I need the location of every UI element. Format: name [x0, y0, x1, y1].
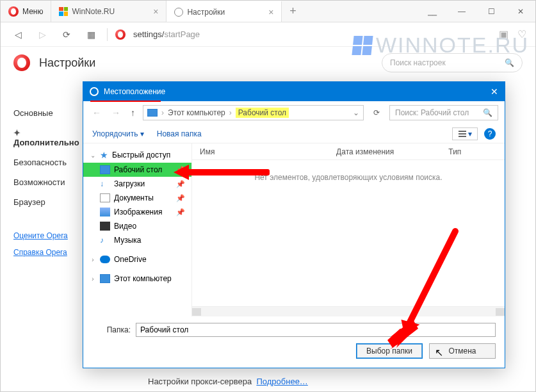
- crumb-leaf[interactable]: Рабочий стол: [236, 108, 289, 118]
- dialog-nav-row: ← → ↑ › Этот компьютер › Рабочий стол ⌄ …: [83, 101, 505, 124]
- url-field[interactable]: settings/startPage: [133, 29, 200, 39]
- sidebar-item-features[interactable]: Возможности: [1, 172, 90, 192]
- tab-title: WinNote.RU: [72, 7, 115, 16]
- nav-back-button[interactable]: ←: [90, 108, 104, 118]
- select-folder-button[interactable]: Выбор папки: [356, 343, 423, 359]
- cursor-icon: ↖: [435, 347, 443, 359]
- sidebar-item-basic[interactable]: Основные: [1, 103, 90, 123]
- onedrive-icon: [100, 256, 110, 263]
- tab-strip: WinNote.RU × Настройки × +: [51, 1, 418, 22]
- organize-menu[interactable]: Упорядочить ▾: [92, 129, 144, 138]
- empty-text: Нет элементов, удовлетворяющих условиям …: [254, 173, 442, 182]
- maximize-button[interactable]: ☐: [476, 1, 506, 22]
- folder-input-row: Папка:: [92, 323, 496, 337]
- tab-title: Настройки: [187, 8, 225, 17]
- url-page: startPage: [164, 29, 200, 39]
- download-icon: [100, 179, 110, 188]
- rate-opera-link[interactable]: Оцените Opera: [1, 227, 90, 244]
- col-type[interactable]: Тип: [441, 147, 505, 156]
- folder-input[interactable]: [136, 323, 496, 337]
- tree-this-pc[interactable]: ›Этот компьютер: [83, 272, 191, 286]
- column-headers[interactable]: Имя Дата изменения Тип: [192, 143, 505, 160]
- tree-downloads[interactable]: Загрузки📌: [83, 177, 191, 191]
- pictures-icon: [100, 208, 110, 216]
- opera-icon: [115, 29, 126, 40]
- window-controls: ⎯⎯ — ☐ ✕: [418, 1, 535, 22]
- close-window-button[interactable]: ✕: [506, 1, 535, 22]
- watermark-text: WINNOTE.RU: [376, 33, 529, 58]
- breadcrumb[interactable]: › Этот компьютер › Рабочий стол ⌄: [143, 105, 364, 120]
- windows-icon: [59, 7, 68, 16]
- settings-sidebar: Основные Дополнительно Безопасность Возм…: [1, 103, 90, 261]
- watermark: WINNOTE.RU: [353, 33, 529, 58]
- new-folder-button[interactable]: Новая папка: [157, 129, 202, 138]
- dialog-close-button[interactable]: ✕: [491, 86, 498, 97]
- this-pc-icon: [100, 274, 110, 283]
- desktop-icon: [100, 165, 110, 174]
- minimize-button[interactable]: —: [447, 1, 476, 22]
- tree-videos[interactable]: Видео: [83, 219, 191, 233]
- dialog-search[interactable]: Поиск: Рабочий стол 🔍: [389, 105, 498, 120]
- speed-dial-icon[interactable]: ⎯⎯: [418, 1, 447, 22]
- dialog-footer: Папка: Выбор папки Отмена: [83, 316, 505, 368]
- proxy-more-link[interactable]: Подробнее…: [256, 377, 307, 386]
- opera-icon: [90, 87, 99, 96]
- nav-forward-button[interactable]: →: [109, 108, 123, 118]
- help-button[interactable]: ?: [484, 128, 496, 140]
- pin-icon: 📌: [176, 194, 185, 202]
- sidebar-item-security[interactable]: Безопасность: [1, 152, 90, 172]
- tree-onedrive[interactable]: ›OneDrive: [83, 252, 191, 266]
- pin-icon: 📌: [176, 166, 185, 174]
- crumb-root[interactable]: Этот компьютер: [168, 108, 225, 117]
- video-icon: [100, 222, 110, 231]
- close-icon[interactable]: ×: [153, 6, 158, 17]
- folder-label: Папка:: [92, 325, 131, 334]
- proxy-text: Настройки прокси-сервера: [148, 377, 252, 386]
- tree-music[interactable]: Музыка: [83, 233, 191, 247]
- pin-icon: 📌: [176, 208, 185, 216]
- windows-logo-icon: [352, 36, 373, 55]
- help-opera-link[interactable]: Справка Opera: [1, 244, 90, 261]
- opera-logo-icon: [13, 54, 30, 71]
- menu-button[interactable]: Меню: [1, 1, 51, 22]
- star-icon: ★: [100, 150, 108, 160]
- tab-settings[interactable]: Настройки ×: [166, 1, 282, 22]
- opera-logo-icon: [8, 6, 19, 17]
- page-title: Настройки: [39, 56, 95, 70]
- horizontal-scrollbar[interactable]: [192, 306, 505, 316]
- dialog-toolbar: Упорядочить ▾ Новая папка ▾ ?: [83, 124, 505, 143]
- back-button[interactable]: ◁: [10, 26, 26, 43]
- tree-desktop[interactable]: Рабочий стол📌: [83, 163, 191, 177]
- col-name[interactable]: Имя: [192, 147, 329, 156]
- tree-documents[interactable]: Документы📌: [83, 191, 191, 205]
- chevron-down-icon[interactable]: ⌄: [353, 108, 359, 117]
- search-placeholder: Поиск: Рабочий стол: [395, 108, 469, 117]
- document-icon: [100, 193, 110, 202]
- forward-button[interactable]: ▷: [34, 26, 51, 43]
- menu-label: Меню: [22, 7, 43, 16]
- annotation-underline: [90, 101, 161, 102]
- nav-up-button[interactable]: ↑: [128, 108, 138, 118]
- col-date[interactable]: Дата изменения: [329, 147, 441, 156]
- chevron-right-icon: ›: [161, 108, 164, 117]
- speed-dial-button[interactable]: ▦: [83, 26, 99, 43]
- search-placeholder: Поиск настроек: [390, 58, 446, 67]
- folder-tree: ⌄★Быстрый доступ Рабочий стол📌 Загрузки📌…: [83, 143, 192, 316]
- list-empty-state: Нет элементов, удовлетворяющих условиям …: [192, 160, 505, 306]
- folder-picker-dialog: Местоположение ✕ ← → ↑ › Этот компьютер …: [83, 81, 505, 368]
- reload-button[interactable]: ⟳: [58, 26, 75, 43]
- separator: [107, 28, 108, 41]
- dialog-title: Местоположение: [104, 87, 165, 96]
- tree-quick-access[interactable]: ⌄★Быстрый доступ: [83, 147, 191, 163]
- refresh-button[interactable]: ⟳: [369, 108, 384, 117]
- tab-winnote[interactable]: WinNote.RU ×: [51, 1, 166, 22]
- gear-icon: [174, 8, 183, 17]
- view-mode-button[interactable]: ▾: [452, 127, 478, 140]
- tree-pictures[interactable]: Изображения📌: [83, 205, 191, 219]
- sidebar-item-advanced[interactable]: Дополнительно: [1, 123, 90, 152]
- pin-icon: 📌: [176, 180, 185, 188]
- dialog-title-bar[interactable]: Местоположение ✕: [83, 82, 505, 101]
- close-icon[interactable]: ×: [268, 7, 273, 17]
- sidebar-item-browser[interactable]: Браузер: [1, 192, 90, 212]
- new-tab-button[interactable]: +: [282, 1, 304, 22]
